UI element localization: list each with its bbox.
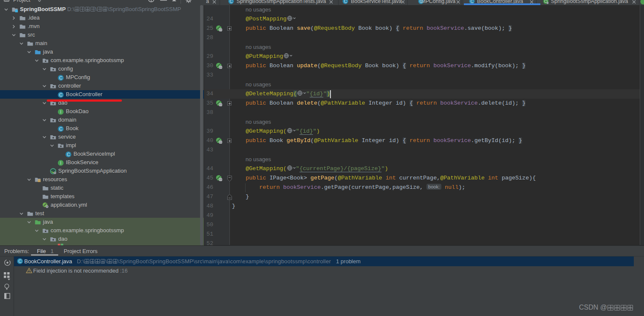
svg-text:C: C <box>59 92 62 97</box>
svg-text:I: I <box>60 160 62 165</box>
svg-text:C: C <box>18 259 22 264</box>
svg-text:C: C <box>229 0 232 4</box>
svg-text:C: C <box>344 0 347 4</box>
svg-text:C: C <box>67 152 70 157</box>
svg-text:C: C <box>59 126 62 131</box>
svg-text:I: I <box>60 109 62 114</box>
svg-text:C: C <box>59 75 62 80</box>
